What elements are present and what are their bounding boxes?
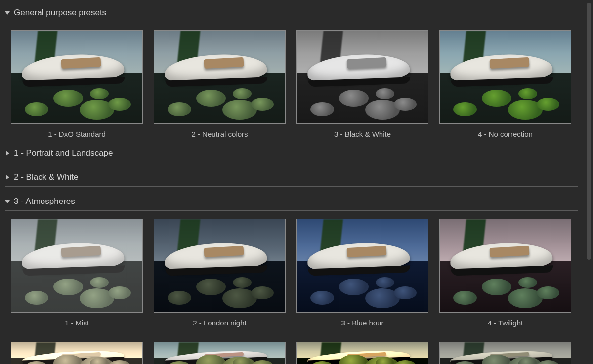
preset-row <box>5 334 578 364</box>
preset-thumbnail[interactable] <box>11 342 143 364</box>
preset-item[interactable]: 3 - Blue hour <box>296 219 428 327</box>
preset-item[interactable]: 2 - Neutral colors <box>154 30 286 138</box>
preset-thumbnail[interactable] <box>439 342 571 364</box>
divider <box>5 186 578 187</box>
preset-label: 2 - London night <box>193 319 246 327</box>
preset-thumbnail[interactable] <box>154 219 286 313</box>
preset-row: 1 - Mist2 - London night3 - Blue hour4 -… <box>5 211 578 334</box>
preset-item[interactable]: 1 - DxO Standard <box>11 30 143 138</box>
presets-panel: General purpose presets 1 - DxO Standard… <box>0 0 586 364</box>
chevron-right-icon <box>5 151 10 156</box>
svg-marker-3 <box>5 200 10 203</box>
preset-thumbnail[interactable] <box>154 342 286 364</box>
section-black-white: 2 - Black & White <box>5 169 578 187</box>
preset-item[interactable]: 4 - Twilight <box>439 219 571 327</box>
svg-marker-0 <box>5 11 10 15</box>
preset-item[interactable] <box>154 342 286 364</box>
chevron-down-icon <box>5 199 10 204</box>
svg-marker-2 <box>6 175 9 180</box>
preset-label: 1 - DxO Standard <box>48 130 106 138</box>
preset-label: 4 - Twilight <box>488 319 523 327</box>
section-title: General purpose presets <box>14 8 106 18</box>
preset-label: 3 - Black & White <box>334 130 391 138</box>
section-atmospheres: 3 - Atmospheres 1 - Mist2 - London night… <box>5 194 578 364</box>
preset-item[interactable] <box>296 342 428 364</box>
scrollbar[interactable] <box>587 3 591 361</box>
preset-label: 4 - No correction <box>478 130 533 138</box>
section-toggle-black-white[interactable]: 2 - Black & White <box>5 169 578 185</box>
preset-thumbnail[interactable] <box>154 30 286 124</box>
section-toggle-portrait-landscape[interactable]: 1 - Portrait and Landscape <box>5 145 578 161</box>
divider <box>5 162 578 162</box>
section-toggle-general[interactable]: General purpose presets <box>5 5 578 21</box>
preset-item[interactable] <box>11 342 143 364</box>
preset-thumbnail[interactable] <box>11 30 143 124</box>
preset-label: 2 - Neutral colors <box>191 130 248 138</box>
chevron-right-icon <box>5 175 10 180</box>
chevron-down-icon <box>5 10 10 15</box>
section-general: General purpose presets 1 - DxO Standard… <box>5 5 578 145</box>
section-title: 3 - Atmospheres <box>14 197 75 206</box>
scrollbar-thumb[interactable] <box>587 3 591 260</box>
preset-thumbnail[interactable] <box>296 342 428 364</box>
preset-item[interactable]: 4 - No correction <box>439 30 571 138</box>
section-title: 1 - Portrait and Landscape <box>14 148 113 158</box>
svg-marker-1 <box>6 151 9 156</box>
preset-item[interactable]: 1 - Mist <box>11 219 143 327</box>
preset-label: 3 - Blue hour <box>341 319 384 327</box>
preset-thumbnail[interactable] <box>296 219 428 313</box>
section-title: 2 - Black & White <box>14 172 78 182</box>
preset-thumbnail[interactable] <box>11 219 143 313</box>
section-toggle-atmospheres[interactable]: 3 - Atmospheres <box>5 194 578 209</box>
preset-label: 1 - Mist <box>65 319 89 327</box>
preset-row: 1 - DxO Standard2 - Neutral colors3 - Bl… <box>5 22 578 145</box>
preset-item[interactable]: 2 - London night <box>154 219 286 327</box>
preset-thumbnail[interactable] <box>439 219 571 313</box>
preset-item[interactable]: 3 - Black & White <box>296 30 428 138</box>
preset-thumbnail[interactable] <box>296 30 428 124</box>
preset-thumbnail[interactable] <box>439 30 571 124</box>
preset-item[interactable] <box>439 342 571 364</box>
section-portrait-landscape: 1 - Portrait and Landscape <box>5 145 578 162</box>
